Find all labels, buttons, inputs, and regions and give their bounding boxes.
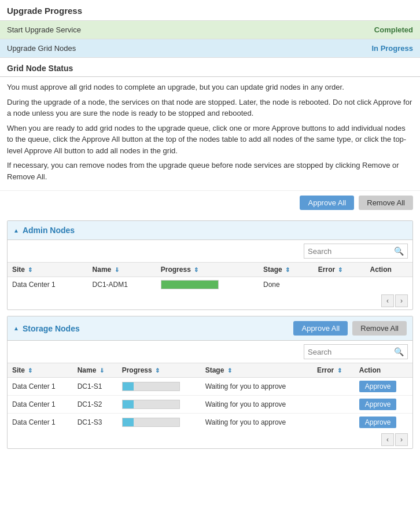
storage-row-progress [117,396,201,414]
admin-nodes-section: ▲ Admin Nodes 🔍 Site ⇕ Name ⇓ Progress [7,220,413,310]
storage-name-sort-icon[interactable]: ⇓ [100,367,104,374]
grid-node-info: You must approve all grid nodes to compl… [0,77,420,190]
storage-progress-bar-fill [123,418,134,426]
admin-nodes-search-bar: 🔍 [8,240,412,262]
storage-nodes-label: Storage Nodes [23,324,80,333]
admin-site-col-header: Site ⇕ [8,263,88,277]
storage-row-site: Data Center 1 [8,378,73,396]
storage-row-error [312,414,355,432]
storage-row-name: DC1-S2 [73,396,117,414]
storage-nodes-next-page[interactable]: › [395,433,408,446]
storage-progress-col-header: Progress ⇕ [117,363,201,378]
storage-site-col-header: Site ⇕ [8,363,73,378]
storage-row-stage: Waiting for you to approve [201,396,312,414]
admin-progress-bar-fill [161,281,218,289]
storage-row-site: Data Center 1 [8,396,73,414]
admin-progress-sort-icon[interactable]: ⇕ [194,267,198,273]
admin-progress-col-header: Progress ⇕ [156,263,259,277]
storage-nodes-search-icon[interactable]: 🔍 [390,345,407,359]
info-p1: You must approve all grid nodes to compl… [7,82,413,93]
approve-button[interactable]: Approve [359,399,397,410]
info-p3: When you are ready to add grid nodes to … [7,123,413,157]
admin-site-sort-icon[interactable]: ⇕ [28,267,32,273]
global-approve-all-button[interactable]: Approve All [300,196,354,210]
admin-stage-col-header: Stage ⇕ [259,263,314,277]
admin-nodes-table: Site ⇕ Name ⇓ Progress ⇕ Stage ⇕ Error [8,262,412,292]
status-bar-start-upgrade: Start Upgrade Service Completed [0,21,420,39]
storage-nodes-search-input[interactable] [304,345,390,359]
storage-progress-bar-fill [123,382,134,390]
storage-nodes-pagination: ‹ › [8,431,412,448]
storage-action-col-header: Action [355,363,412,378]
admin-nodes-search-input[interactable] [304,245,390,258]
admin-row-action [365,277,412,293]
storage-stage-col-header: Stage ⇕ [201,363,312,378]
info-p4: If necessary, you can remove nodes from … [7,160,413,182]
approve-button[interactable]: Approve [359,381,397,392]
admin-row-name: DC1-ADM1 [88,277,156,293]
storage-nodes-collapse-icon[interactable]: ▲ [13,325,19,331]
admin-nodes-prev-page[interactable]: ‹ [381,294,394,307]
storage-row-stage: Waiting for you to approve [201,414,312,432]
table-row: Data Center 1 DC1-S1 Waiting for you to … [8,378,412,396]
admin-action-col-header: Action [365,263,412,277]
storage-name-col-header: Name ⇓ [73,363,117,378]
approve-button[interactable]: Approve [359,417,397,428]
storage-stage-sort-icon[interactable]: ⇕ [227,367,232,374]
global-action-bar: Approve All Remove All [0,190,420,215]
admin-name-sort-icon[interactable]: ⇓ [115,267,119,273]
table-row: Data Center 1 DC1-S2 Waiting for you to … [8,396,412,414]
storage-nodes-table: Site ⇕ Name ⇓ Progress ⇕ Stage ⇕ Error [8,363,412,431]
storage-error-col-header: Error ⇕ [312,363,355,378]
storage-site-sort-icon[interactable]: ⇕ [28,367,32,374]
admin-error-col-header: Error ⇕ [314,263,366,277]
status-bar-upgrade-grid: Upgrade Grid Nodes In Progress [0,39,420,58]
storage-progress-sort-icon[interactable]: ⇕ [155,367,160,374]
storage-row-name: DC1-S1 [73,378,117,396]
storage-remove-all-button[interactable]: Remove All [352,321,407,336]
table-row: Data Center 1 DC1-S3 Waiting for you to … [8,414,412,432]
storage-approve-all-button[interactable]: Approve All [293,321,348,336]
admin-progress-bar-container [161,280,219,289]
admin-nodes-search-icon[interactable]: 🔍 [390,244,407,258]
admin-nodes-next-page[interactable]: › [395,294,408,307]
storage-row-error [312,396,355,414]
admin-nodes-table-header-row: Site ⇕ Name ⇓ Progress ⇕ Stage ⇕ Error [8,263,412,277]
storage-row-site: Data Center 1 [8,414,73,432]
admin-row-progress [156,277,259,293]
storage-progress-bar-container [122,418,180,427]
storage-nodes-header: ▲ Storage Nodes Approve All Remove All [8,316,412,341]
admin-stage-sort-icon[interactable]: ⇕ [285,267,290,273]
grid-node-status-heading: Grid Node Status [0,58,420,77]
admin-nodes-search-wrapper: 🔍 [304,244,408,259]
storage-row-error [312,378,355,396]
storage-nodes-actions: Approve All Remove All [293,321,407,336]
global-remove-all-button[interactable]: Remove All [359,196,413,210]
admin-row-error [314,277,366,293]
admin-nodes-pagination: ‹ › [8,292,412,309]
storage-nodes-search-bar: 🔍 [8,341,412,363]
admin-nodes-header: ▲ Admin Nodes [8,221,412,240]
storage-row-progress [117,378,201,396]
storage-nodes-search-wrapper: 🔍 [304,344,408,359]
upgrade-grid-label: Upgrade Grid Nodes [7,44,76,53]
storage-nodes-title: ▲ Storage Nodes [13,324,80,333]
page-title: Upgrade Progress [0,0,420,21]
storage-row-action: Approve [355,378,412,396]
table-row: Data Center 1 DC1-ADM1 Done [8,277,412,293]
admin-error-sort-icon[interactable]: ⇕ [338,267,342,273]
storage-nodes-table-header-row: Site ⇕ Name ⇓ Progress ⇕ Stage ⇕ Error [8,363,412,378]
admin-name-col-header: Name ⇓ [88,263,156,277]
info-p2: During the upgrade of a node, the servic… [7,97,413,119]
storage-nodes-prev-page[interactable]: ‹ [381,433,394,446]
storage-nodes-section: ▲ Storage Nodes Approve All Remove All 🔍… [7,316,413,449]
start-upgrade-status: Completed [374,25,413,34]
storage-row-name: DC1-S3 [73,414,117,432]
storage-progress-bar-container [122,400,180,409]
start-upgrade-label: Start Upgrade Service [7,25,81,34]
admin-nodes-title: ▲ Admin Nodes [13,226,75,235]
admin-nodes-collapse-icon[interactable]: ▲ [13,227,19,234]
storage-row-progress [117,414,201,432]
storage-error-sort-icon[interactable]: ⇕ [337,367,342,374]
storage-row-stage: Waiting for you to approve [201,378,312,396]
